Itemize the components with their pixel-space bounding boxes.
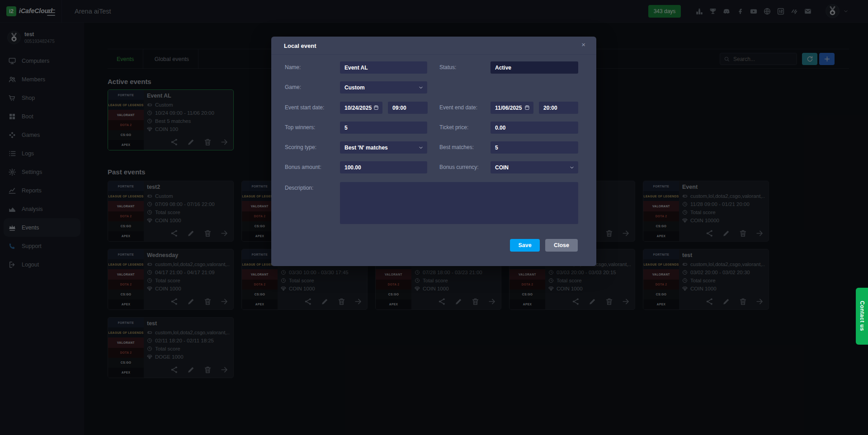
top-winners-label: Top winners: [285, 124, 315, 131]
ticket-price-label: Ticket price: [439, 124, 468, 131]
start-date-label: Event start date: [285, 104, 324, 111]
status-label: Status: [439, 64, 456, 70]
close-icon[interactable]: × [579, 40, 588, 49]
name-input[interactable] [340, 61, 427, 74]
bonus-currency-value: COIN [495, 164, 509, 171]
description-textarea[interactable] [340, 182, 578, 224]
bonus-amount-label: Bonus amount: [285, 164, 321, 170]
local-event-modal: Local event × Name: Status: Game: Custom… [271, 37, 596, 266]
game-select[interactable]: Custom [340, 81, 427, 94]
best-matches-input[interactable] [491, 141, 578, 154]
end-date-label: Event end date: [439, 104, 477, 111]
app-root: i2 iCafeCloud Arena aiTest 343 days test [0, 0, 868, 435]
chevron-down-icon [418, 145, 424, 150]
chevron-down-icon [569, 165, 575, 170]
status-input[interactable] [491, 61, 578, 74]
best-matches-label: Best matches: [439, 144, 474, 150]
contact-us-label: Contact us [859, 301, 865, 331]
description-label: Description: [285, 185, 313, 191]
end-time-input[interactable] [539, 102, 578, 114]
start-time-input[interactable] [388, 102, 428, 114]
game-label: Game: [285, 84, 301, 90]
bonus-amount-input[interactable] [340, 161, 427, 173]
modal-title: Local event [284, 42, 316, 49]
close-button[interactable]: Close [545, 239, 578, 252]
end-date-input[interactable] [491, 102, 533, 114]
bonus-currency-label: Bonus currency: [439, 164, 479, 170]
contact-us-tab[interactable]: Contact us [856, 288, 868, 345]
ticket-price-input[interactable] [491, 122, 578, 134]
scoring-type-value: Best 'N' matches [344, 145, 388, 151]
top-winners-input[interactable] [340, 122, 427, 134]
save-button[interactable]: Save [510, 239, 540, 252]
start-date-input[interactable] [340, 102, 382, 114]
scoring-type-label: Scoring type: [285, 144, 316, 150]
game-select-value: Custom [344, 84, 365, 91]
scoring-type-select[interactable]: Best 'N' matches [340, 141, 427, 154]
chevron-down-icon [418, 85, 424, 90]
modal-divider [271, 54, 596, 55]
bonus-currency-select[interactable]: COIN [491, 161, 578, 173]
name-label: Name: [285, 64, 301, 70]
